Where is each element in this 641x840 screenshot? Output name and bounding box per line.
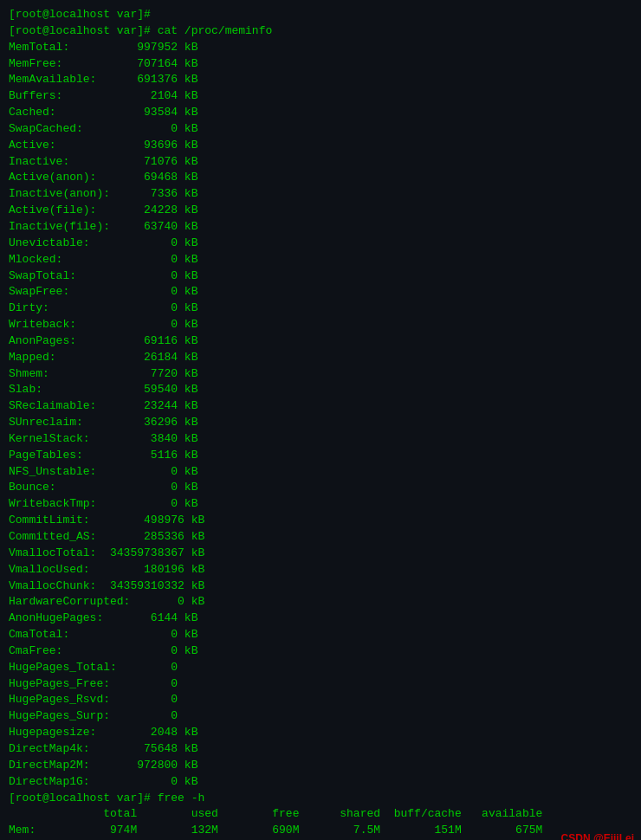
terminal-line: MemFree: 707164 kB (9, 56, 632, 73)
terminal-line: Slab: 59540 kB (9, 382, 632, 398)
terminal-line: HugePages_Total: 0 (9, 660, 632, 676)
terminal-line: Active(anon): 69468 kB (9, 170, 632, 186)
terminal-line: Mem: 974M 132M 690M 7.5M 151M 675M (9, 823, 632, 839)
terminal-line: Writeback: 0 kB (9, 317, 632, 333)
terminal-line: [root@localhost var]# cat /proc/meminfo (9, 23, 632, 40)
terminal-line: MemTotal: 997952 kB (9, 40, 632, 56)
terminal-line: CommitLimit: 498976 kB (9, 513, 632, 529)
terminal-line: SwapFree: 0 kB (9, 284, 632, 300)
terminal-line: Unevictable: 0 kB (9, 236, 632, 252)
terminal-line: Cached: 93584 kB (9, 105, 632, 121)
terminal-line: Mlocked: 0 kB (9, 252, 632, 268)
terminal-line: DirectMap1G: 0 kB (9, 774, 632, 791)
terminal-line: Active: 93696 kB (9, 138, 632, 154)
terminal-line: SUnreclaim: 36296 kB (9, 415, 632, 431)
terminal-line: Dirty: 0 kB (9, 300, 632, 317)
terminal-line: DirectMap4k: 75648 kB (9, 741, 632, 758)
terminal-line: [root@localhost var]# (9, 7, 632, 23)
terminal-content: [root@localhost var]#[root@localhost var… (9, 7, 632, 840)
terminal-line: VmallocUsed: 180196 kB (9, 562, 632, 578)
terminal-line: Buffers: 2104 kB (9, 88, 632, 105)
terminal-line: Hugepagesize: 2048 kB (9, 725, 632, 741)
terminal-line: AnonPages: 69116 kB (9, 333, 632, 350)
terminal-line: AnonHugePages: 6144 kB (9, 611, 632, 627)
terminal-line: Inactive(anon): 7336 kB (9, 186, 632, 203)
terminal-line: PageTables: 5116 kB (9, 448, 632, 464)
terminal-line: SwapCached: 0 kB (9, 121, 632, 138)
terminal-line: Inactive: 71076 kB (9, 154, 632, 171)
terminal-line: CmaFree: 0 kB (9, 643, 632, 660)
terminal-window: [root@localhost var]#[root@localhost var… (0, 0, 641, 840)
terminal-line: Inactive(file): 63740 kB (9, 219, 632, 236)
terminal-line: KernelStack: 3840 kB (9, 431, 632, 448)
terminal-line: HardwareCorrupted: 0 kB (9, 594, 632, 611)
terminal-line: HugePages_Rsvd: 0 (9, 692, 632, 708)
terminal-line: Mapped: 26184 kB (9, 350, 632, 366)
terminal-line: Active(file): 24228 kB (9, 203, 632, 219)
terminal-line: MemAvailable: 691376 kB (9, 72, 632, 88)
terminal-line: NFS_Unstable: 0 kB (9, 464, 632, 481)
terminal-line: Shmem: 7720 kB (9, 366, 632, 383)
terminal-line: VmallocTotal: 34359738367 kB (9, 546, 632, 562)
terminal-line: HugePages_Free: 0 (9, 676, 632, 693)
terminal-line: VmallocChunk: 34359310332 kB (9, 578, 632, 595)
terminal-line: Bounce: 0 kB (9, 480, 632, 496)
terminal-line: SwapTotal: 0 kB (9, 268, 632, 285)
terminal-line: SReclaimable: 23244 kB (9, 398, 632, 415)
terminal-line: total used free shared buff/cache availa… (9, 806, 632, 823)
terminal-line: [root@localhost var]# free -h (9, 791, 632, 807)
terminal-line: DirectMap2M: 972800 kB (9, 758, 632, 774)
watermark: CSDN @EijiLei (561, 831, 634, 840)
terminal-line: HugePages_Surp: 0 (9, 708, 632, 725)
terminal-line: WritebackTmp: 0 kB (9, 496, 632, 513)
terminal-line: Committed_AS: 285336 kB (9, 529, 632, 546)
terminal-line: CmaTotal: 0 kB (9, 627, 632, 643)
